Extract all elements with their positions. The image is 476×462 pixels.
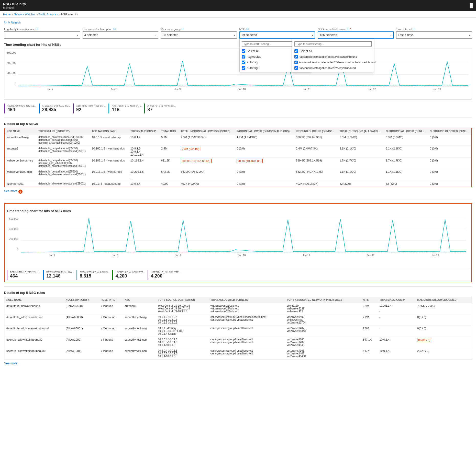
cell-subnets: canaryresourcegroup4-vnet4/subnet1canary… (208, 337, 285, 348)
nsg-rules-table-container: RULE NAME ACCESS/PRIORITY RULE TYPE NSG … (4, 297, 472, 360)
nsg-rule-select-all-checkbox[interactable] (294, 49, 298, 53)
cell-outbound-blocked: 0 (0/0) (428, 169, 471, 181)
col-top3-rules: TOP 3 RULES (PRIORITY) (36, 128, 90, 134)
subscription-label: Discovered subscription ⓘ (83, 27, 159, 31)
nsg-rule-stat-4-value: 4,200 (115, 273, 145, 279)
time-interval-input[interactable]: Last 7 days ▾ (396, 31, 472, 39)
nsg-rule-info-icon[interactable]: ⓘ (347, 27, 349, 31)
nsg-input[interactable]: 19 selected ▾ (239, 31, 315, 39)
cell-subnets: canaryresourcegroup4-vnet4/subnet1canary… (208, 348, 285, 359)
cell-malicious-ip: 10.216.1.5-- (128, 169, 159, 181)
cell-ni: vm2invnet1402Unknown-NICvm2invnet12704 (285, 314, 361, 326)
cell-outbound-allowed: 2.1K (2.1K/0) (384, 146, 428, 158)
cell-rule-name: userrule_allowhttpinbound80 (4, 337, 63, 348)
divider-1 (4, 118, 472, 118)
nsg-autonsg3-label: autonsg3 (247, 66, 259, 70)
nsg-autonsg5-checkbox[interactable] (242, 61, 245, 64)
app-title: NSG rule hits (3, 2, 26, 6)
cell-malicious-ip: 10.0.1.4 (128, 134, 159, 146)
resource-group-input[interactable]: 38 selected ▾ (161, 31, 237, 39)
cell-total-hits: 5.9M (159, 134, 179, 146)
close-button[interactable]: × (470, 3, 473, 8)
cell-total-hits: 402K (159, 181, 179, 187)
nsg-rule-item2-checkbox[interactable] (294, 61, 298, 64)
log-analytics-input[interactable]: ▾ (4, 31, 80, 39)
refresh-icon: ↻ (4, 21, 7, 24)
col-malicious-ip: TOP 3 MALICIOUS IP (128, 128, 159, 134)
cell-malicious-ip: - (378, 326, 415, 337)
see-more-container-1: See more 3 (4, 188, 472, 195)
cell-outbound-allowed: 32 (32/0) (384, 181, 428, 187)
nsg-rule-item-2[interactable]: tascenariotestnsgallenabled2/allowazurel… (292, 60, 374, 65)
cell-rule-type: ↑ Outbound (99, 326, 123, 337)
nsg-rule-stat-3-value: 8,315 (80, 273, 110, 279)
cell-malicious-ip: 10.186.1.4 (128, 158, 159, 169)
subscription-chevron-icon: ▾ (155, 34, 157, 37)
nsg-rule-select-all-label: Select all (300, 49, 312, 53)
cell-inbound-allowed: 0 (0/0) (235, 146, 294, 158)
nsg-rule-select-all-item[interactable]: Select all (292, 48, 374, 54)
subscription-input[interactable]: 4 selected ▾ (83, 31, 159, 39)
cell-inbound-blocked: 2.4M (2.4M/7.3K) (294, 146, 337, 158)
cell-total-hits: 611.5K (159, 158, 179, 169)
nsg-rule-stat-5-value: 4,200 (151, 273, 180, 279)
col-hits: HITS (361, 297, 378, 303)
nsg-select-all-checkbox[interactable] (242, 49, 245, 53)
nsg-rule-item-3[interactable]: tascenariotestnsgallenabled2/denyallinbo… (292, 65, 374, 71)
breadcrumb-network-watcher[interactable]: Network Watcher (14, 13, 35, 16)
cell-rule-type: ↑ Outbound (99, 314, 123, 326)
col-total-inbound: TOTAL INBOUND (ALLOWED/BLOCKED) (179, 128, 235, 134)
time-interval-info-icon[interactable]: ⓘ (413, 27, 415, 31)
cell-malicious-count: 7.3K(0 / 7.3K) (415, 303, 472, 314)
cell-rule-name: defaultrule_allownetoutbound (4, 314, 63, 326)
nsg-nsgwestus-checkbox[interactable] (242, 55, 245, 59)
table-row: webserver1wcus-nsg defaultrule_denyallin… (5, 158, 471, 169)
nsg-rule-search-container (292, 40, 374, 48)
subscription-info-icon[interactable]: ⓘ (113, 27, 116, 31)
title-bar: NSG rule hits Microsoft × (0, 0, 476, 11)
cell-nsg: autonsg3 (123, 303, 156, 314)
breadcrumb-home[interactable]: Home (3, 13, 10, 16)
cell-subnets: virtualnetwork21/subnet1virtualnetwork22… (208, 303, 285, 314)
cell-outbound-blocked: 0 (0/0) (428, 146, 471, 158)
nsg-rule-dropdown-panel: Select all tascenariotestnsgallenabled2/… (292, 39, 374, 72)
col-total-outbound: TOTAL OUTBOUND (ALLOWED... (337, 128, 384, 134)
col-inbound-blocked: INBOUND BLOCKED (BENIG/... (294, 128, 337, 134)
cell-outbound-allowed: 1.1K (1.1K/0) (384, 169, 428, 181)
cell-access: (Allow/1000) (63, 337, 99, 348)
nsg-select-all-label: Select all (247, 49, 259, 53)
breadcrumb-traffic-analytics[interactable]: Traffic Analytics (38, 13, 58, 16)
nsg-rule-item-1[interactable]: tascenariotestnsgallenabled2/allownetinb… (292, 54, 374, 60)
nsg-autonsg3-checkbox[interactable] (242, 66, 245, 70)
nsg-rule-stat-3: DEFAULTRULE_ALLOWIN... 8,315 (76, 270, 112, 280)
filters-row: Log Analytics workspace ⓘ ▾ Discovered s… (4, 27, 472, 39)
cell-talking-pair: 10.0.1.5 - eastus2euap (90, 134, 128, 146)
col-top3-malicious: TOP 3 MALICIOUS IP (378, 297, 415, 303)
nsg-stat-3-value: 92 (76, 107, 106, 112)
col-source-dest: TOP 3 SOURCE-DESTINATION (156, 297, 208, 303)
nsg-rule-item3-checkbox[interactable] (294, 66, 298, 70)
log-analytics-label: Log Analytics workspace ⓘ (4, 27, 80, 31)
see-more-nsg-link[interactable]: See more (4, 189, 17, 193)
cell-total-outbound: 1.7K (1.7K/0) (337, 158, 384, 169)
log-analytics-info-icon[interactable]: ⓘ (36, 27, 38, 31)
refresh-button[interactable]: ↻ ↻ Refresh (4, 21, 21, 24)
nsg-rule-search-input[interactable] (294, 41, 372, 47)
nsg-rule-chevron-icon: ▾ (390, 34, 392, 37)
nsg-rule-item1-checkbox[interactable] (294, 55, 298, 59)
nsg-rules-chart-section: Time trending chart for hits of NSG rule… (4, 203, 472, 282)
table-row: autonsg3 defaultrule_denyallinbound(6550… (5, 146, 471, 158)
table-row: defaultrule_allownetoutbound (Allow/6500… (4, 314, 472, 326)
company-name: Microsoft (3, 6, 26, 9)
cell-malicious-ip: 10.101.1.4-- (378, 303, 415, 314)
nsg-rule-stat-1-label: DEFAULTRULE_DENYALLI... (10, 271, 40, 273)
log-analytics-chevron-icon: ▾ (77, 34, 78, 37)
resource-group-label: Resource group ⓘ (161, 27, 237, 31)
nsg-info-icon[interactable]: ⓘ (246, 27, 249, 31)
cell-inbound-blocked: 402K (400.9K/1K) (294, 181, 337, 187)
table-row: webserver1weu-nsg defaultrule_denyallinb… (5, 169, 471, 181)
nsg-stat-2: AF9E575-F34B-49AC-BC... 28,935 (39, 103, 73, 113)
nsg-rule-input[interactable]: 186 selected ▾ (318, 31, 394, 39)
see-more-rules-link[interactable]: See more (4, 362, 17, 365)
resource-group-info-icon[interactable]: ⓘ (182, 27, 184, 31)
